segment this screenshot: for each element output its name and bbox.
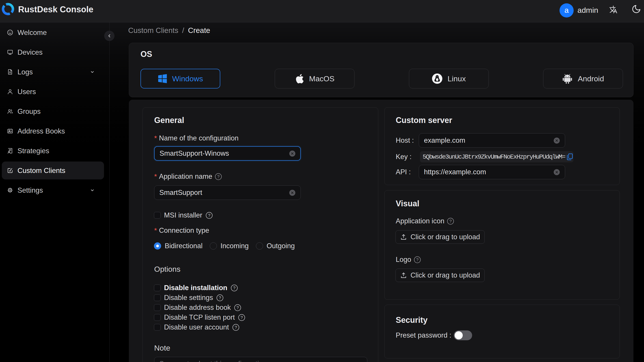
svg-text:?: ?: [240, 315, 243, 320]
svg-text:?: ?: [233, 286, 236, 290]
svg-text:?: ?: [234, 325, 237, 330]
svg-text:?: ?: [208, 213, 210, 218]
svg-text:?: ?: [449, 219, 452, 223]
svg-text:?: ?: [219, 295, 221, 300]
svg-text:?: ?: [416, 257, 418, 262]
svg-text:?: ?: [236, 305, 239, 310]
svg-text:?: ?: [217, 174, 220, 179]
